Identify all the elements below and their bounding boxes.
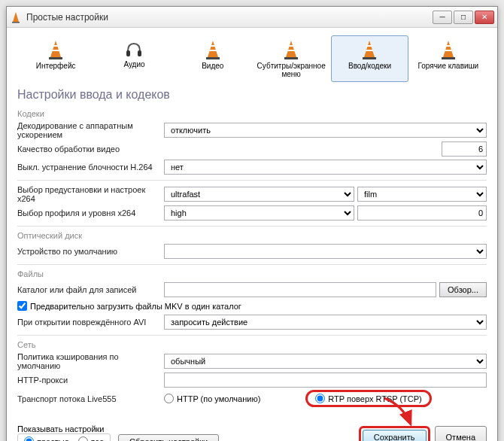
tab-label: Ввод/кодеки xyxy=(348,62,391,70)
save-button[interactable]: Сохранить xyxy=(363,430,427,442)
svg-rect-13 xyxy=(288,45,294,47)
window-title: Простые настройки xyxy=(26,12,433,23)
show-settings-radios: простые все xyxy=(17,433,111,441)
x264-level-input[interactable] xyxy=(357,205,487,220)
svg-rect-4 xyxy=(52,50,59,51)
transport-http-label: HTTP (по умолчанию) xyxy=(177,394,260,403)
tab-input-codecs[interactable]: Ввод/кодеки xyxy=(331,35,408,82)
tab-label: Аудио xyxy=(123,60,144,68)
transport-rtp-radio[interactable]: RTP поверх RTSP (TCP) xyxy=(315,394,421,403)
svg-rect-17 xyxy=(366,45,372,47)
live555-transport-label: Транспорт потока Live555 xyxy=(17,394,164,403)
quality-label: Качество обработки видео xyxy=(17,144,164,154)
annotation-highlight-save: Сохранить xyxy=(359,426,430,442)
svg-rect-5 xyxy=(49,57,62,59)
mkv-preload-checkbox[interactable] xyxy=(17,301,27,311)
x264-profile-label: Выбор профиля и уровня x264 xyxy=(17,208,164,217)
svg-rect-19 xyxy=(363,57,376,59)
svg-rect-11 xyxy=(206,57,220,59)
x264-preset-select[interactable]: ultrafast xyxy=(164,187,354,202)
group-codecs: Кодеки xyxy=(17,109,487,118)
group-files: Файлы xyxy=(17,269,487,278)
svg-rect-23 xyxy=(442,57,455,59)
tab-subtitles[interactable]: Субтитры/экранное меню xyxy=(253,35,329,82)
headphones-icon xyxy=(125,39,143,60)
transport-http-radio[interactable]: HTTP (по умолчанию) xyxy=(164,390,260,407)
record-path-label: Каталог или файл для записей xyxy=(17,285,164,294)
group-network: Сеть xyxy=(17,340,487,349)
svg-marker-12 xyxy=(286,41,296,57)
svg-marker-2 xyxy=(50,41,61,57)
record-path-input[interactable] xyxy=(164,282,436,297)
svg-rect-3 xyxy=(53,45,59,47)
svg-marker-0 xyxy=(13,12,19,22)
radio-all[interactable]: все xyxy=(78,436,104,441)
cache-policy-label: Политика кэширования по умолчанию xyxy=(17,352,164,370)
annotation-highlight: RTP поверх RTSP (TCP) xyxy=(305,390,431,407)
app-icon xyxy=(10,11,22,23)
svg-rect-14 xyxy=(287,50,295,51)
deblock-label: Выкл. устранение блочности H.264 xyxy=(17,163,164,172)
svg-marker-8 xyxy=(208,41,218,57)
avi-damaged-select[interactable]: запросить действие xyxy=(164,315,487,330)
hw-decode-label: Декодирование с аппаратным ускорением xyxy=(17,121,164,139)
hw-decode-select[interactable]: отключить xyxy=(164,123,487,138)
titlebar: Простые настройки ─ □ ✕ xyxy=(7,7,497,28)
svg-marker-20 xyxy=(443,41,454,57)
cancel-button[interactable]: Отмена xyxy=(435,426,487,442)
window-controls: ─ □ ✕ xyxy=(433,11,494,24)
page-title: Настройки ввода и кодеков xyxy=(17,88,487,102)
tab-label: Видео xyxy=(202,62,223,70)
tab-audio[interactable]: Аудио xyxy=(96,35,172,82)
tab-hotkeys[interactable]: Горячие клавиши xyxy=(410,35,487,82)
optical-device-label: Устройство по умолчанию xyxy=(17,247,164,256)
svg-rect-15 xyxy=(284,57,298,59)
transport-rtp-label: RTP поверх RTSP (TCP) xyxy=(328,394,421,403)
avi-damaged-label: При открытии повреждённого AVI xyxy=(17,318,164,327)
browse-button[interactable]: Обзор... xyxy=(439,282,487,297)
category-tabs: Интерфейс Аудио Видео Субтитры/экранное … xyxy=(17,35,487,82)
tab-label: Горячие клавиши xyxy=(417,62,478,70)
tab-label: Субтитры/экранное меню xyxy=(255,62,327,78)
http-proxy-input[interactable] xyxy=(164,373,487,388)
cone-icon xyxy=(47,39,65,60)
radio-simple[interactable]: простые xyxy=(24,436,69,441)
content-area: Интерфейс Аудио Видео Субтитры/экранное … xyxy=(7,28,497,416)
footer: Показывать настройки простые все Сбросит… xyxy=(7,416,497,441)
svg-marker-16 xyxy=(364,41,375,57)
cone-icon xyxy=(204,39,222,60)
svg-rect-18 xyxy=(366,50,373,51)
svg-rect-10 xyxy=(209,50,217,51)
minimize-button[interactable]: ─ xyxy=(433,11,452,24)
cache-policy-select[interactable]: обычный xyxy=(164,354,487,369)
x264-preset-label: Выбор предустановки и настроек x264 xyxy=(17,185,164,203)
tab-interface[interactable]: Интерфейс xyxy=(17,35,94,82)
svg-rect-7 xyxy=(138,50,141,56)
deblock-select[interactable]: нет xyxy=(164,160,487,175)
x264-tune-select[interactable]: film xyxy=(357,187,487,202)
svg-rect-22 xyxy=(445,50,452,51)
group-optical: Оптический диск xyxy=(17,231,487,240)
close-button[interactable]: ✕ xyxy=(475,11,494,24)
cone-icon xyxy=(282,39,300,60)
tab-video[interactable]: Видео xyxy=(175,35,251,82)
quality-input[interactable] xyxy=(442,141,487,157)
settings-window: Простые настройки ─ □ ✕ Интерфейс Аудио … xyxy=(6,6,498,441)
svg-rect-1 xyxy=(12,22,20,23)
svg-rect-21 xyxy=(445,45,451,47)
cone-icon xyxy=(360,39,378,60)
optical-device-select[interactable] xyxy=(164,244,487,259)
http-proxy-label: HTTP-прокси xyxy=(17,376,164,385)
maximize-button[interactable]: □ xyxy=(454,11,473,24)
svg-rect-6 xyxy=(126,50,130,56)
tab-label: Интерфейс xyxy=(36,62,76,70)
x264-profile-select[interactable]: high xyxy=(164,205,354,220)
cone-icon xyxy=(439,39,457,60)
reset-button[interactable]: Сбросить настройки xyxy=(118,434,219,442)
show-settings-label: Показывать настройки xyxy=(17,424,111,433)
mkv-preload-label: Предварительно загрузить файлы MKV в оди… xyxy=(30,302,241,311)
svg-rect-9 xyxy=(210,45,216,47)
